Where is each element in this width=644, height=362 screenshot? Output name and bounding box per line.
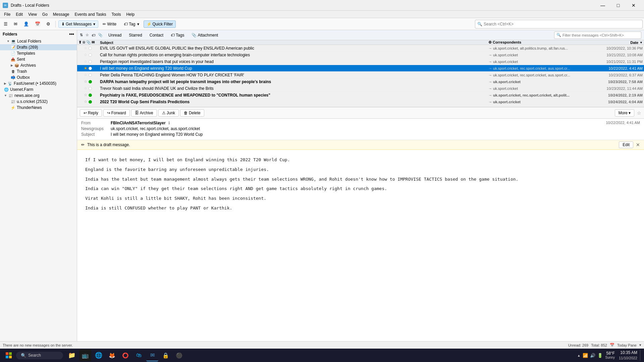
today-pane-label[interactable]: Today Pane	[617, 343, 637, 347]
star-flag[interactable]: ☆	[84, 73, 87, 77]
col-correspondents[interactable]: ⚙ Correspondents	[488, 40, 582, 45]
tray-network[interactable]: 📶	[583, 353, 588, 358]
forward-button[interactable]: ↪ Forward	[103, 109, 130, 117]
taskbar-mail[interactable]: ✉	[146, 349, 158, 361]
more-button[interactable]: More ▾	[615, 109, 634, 117]
table-row[interactable]: ☆ Pentagon report investigated lasers th…	[77, 58, 644, 65]
table-row[interactable]: ☆ 2022 T20 World Cup Semi Finalists Pred…	[77, 99, 644, 105]
star-flag[interactable]: ☆	[84, 79, 87, 84]
taskbar-app-chrome[interactable]: ⭕	[119, 349, 131, 361]
sidebar-item-local-folders[interactable]: ▼ 💻 Local Folders	[0, 38, 77, 44]
table-row[interactable]: ☆ Trevor Noah said India should INVADE U…	[77, 85, 644, 92]
close-draft-button[interactable]: ✕	[636, 142, 640, 147]
nav-icon-4[interactable]: 📅	[33, 20, 43, 27]
quick-filter-button[interactable]: ⚡ Quick Filter	[144, 20, 176, 28]
menu-message[interactable]: Message	[50, 11, 72, 17]
sidebar-item-templates[interactable]: 📄 Templates	[0, 50, 77, 56]
sidebar-item-us-cricket[interactable]: 📰 u.s.cricket (2532)	[0, 99, 77, 105]
sidebar-item-archives[interactable]: ▶ 📦 Archives	[0, 62, 77, 68]
get-messages-button[interactable]: ⬇ Get Messages ▾	[58, 20, 98, 28]
sidebar-item-trash[interactable]: 🗑 Trash	[0, 68, 77, 74]
junk-button[interactable]: ⚠ Junk	[158, 109, 179, 117]
message-date: 10/21/2022, 10:08 AM	[582, 53, 643, 57]
delete-button[interactable]: 🗑 Delete	[180, 109, 204, 117]
menu-help[interactable]: Help	[123, 11, 137, 17]
filter-unread-button[interactable]: Unread	[105, 32, 124, 39]
taskbar-store[interactable]: 🛍	[133, 349, 145, 361]
taskbar-clock[interactable]: 10:35 AM 11/10/2022	[619, 350, 637, 360]
search-input[interactable]	[484, 22, 640, 26]
star-flag[interactable]: ☆	[84, 53, 87, 57]
taskbar-app-2[interactable]: 📺	[79, 349, 91, 361]
sidebar-item-fastusenet[interactable]: ▶ 📡 FastUsenet (• 1450035)	[0, 80, 77, 86]
table-row[interactable]: ☆ Psychiatry is FAKE, PSEUDOSCIENCE and …	[77, 92, 644, 99]
menu-file[interactable]: File	[1, 11, 13, 17]
sidebar-item-outbox[interactable]: 📫 Outbox	[0, 74, 77, 80]
star-flag[interactable]: ☆	[84, 46, 87, 50]
tag-button[interactable]: 🏷 Tag ▾	[121, 20, 142, 28]
star-message-icon[interactable]: ☆	[637, 110, 641, 116]
col-subject[interactable]: Subject	[99, 41, 488, 45]
taskbar-app-vpn[interactable]: 🔒	[160, 349, 172, 361]
menu-events-tasks[interactable]: Events and Tasks	[72, 11, 109, 17]
reply-button[interactable]: ↩ Reply	[80, 109, 102, 117]
status-dot	[89, 73, 92, 77]
table-row[interactable]: ☆ EVIL US GOVT will ENSLAVE GLOBAL PUBLI…	[77, 45, 644, 52]
filter-attachment-button[interactable]: 📎 Attachment	[189, 32, 221, 39]
weather-widget[interactable]: 58°F Sunny	[605, 351, 615, 359]
sort-icon[interactable]: ⇅	[80, 33, 83, 37]
close-button[interactable]: ✕	[626, 0, 641, 11]
maximize-button[interactable]: □	[610, 0, 626, 11]
clip-filter-icon[interactable]: 📎	[98, 33, 103, 37]
menu-edit[interactable]: Edit	[13, 11, 25, 17]
minimize-button[interactable]: —	[595, 0, 610, 11]
filter-search-input[interactable]	[562, 33, 639, 37]
menu-go[interactable]: Go	[40, 11, 50, 17]
nav-icon-1[interactable]: ☰	[1, 20, 10, 27]
write-button[interactable]: ✏ Write	[100, 20, 119, 28]
menu-view[interactable]: View	[25, 11, 40, 17]
folders-options[interactable]: •••	[69, 32, 74, 37]
tray-volume[interactable]: 🔊	[590, 353, 595, 358]
table-row[interactable]: ☆ Call for human rights protections on e…	[77, 52, 644, 58]
star-filter-icon[interactable]: ☆	[86, 33, 89, 37]
archive-button[interactable]: 🗄 Archive	[131, 109, 157, 117]
filter-tags-button[interactable]: 🏷 Tags	[168, 32, 187, 39]
sidebar-item-news-aioe[interactable]: ▼ 📰 news.aioe.org	[0, 93, 77, 99]
nav-icon-3[interactable]: 👤	[21, 20, 31, 27]
col-date[interactable]: Date ▼	[582, 41, 643, 45]
calendar-icon: 📅	[610, 343, 614, 347]
sidebar-item-sent[interactable]: 📤 Sent	[0, 56, 77, 62]
star-flag[interactable]: ☆	[84, 86, 87, 90]
star-flag[interactable]: ☆	[84, 100, 87, 104]
tag-filter-icon[interactable]: 🏷	[92, 33, 95, 37]
table-row[interactable]: ☆ DARPA human telepathy project will let…	[77, 78, 644, 85]
sidebar-item-drafts[interactable]: 📝 Drafts (269)	[0, 44, 77, 50]
table-row[interactable]: ★ I will bet money on England winning T2…	[77, 65, 644, 72]
star-flag[interactable]: ★	[84, 66, 87, 70]
taskbar-file-explorer[interactable]: 📁	[66, 349, 78, 361]
tray-expand[interactable]: ▲	[577, 354, 581, 357]
menu-tools[interactable]: Tools	[109, 11, 123, 17]
show-desktop-button[interactable]	[640, 350, 641, 361]
nav-icon-5[interactable]: ⚙	[44, 20, 53, 27]
taskbar-edge[interactable]: 🌐	[93, 349, 105, 361]
filter-contact-button[interactable]: Contact	[147, 32, 166, 39]
taskbar-search-button[interactable]: 🔍 Search	[16, 352, 63, 359]
edit-button[interactable]: Edit	[619, 141, 633, 148]
filter-starred-button[interactable]: Starred	[126, 32, 145, 39]
table-row[interactable]: ☆ Peter Della Penna TEACHING England Wom…	[77, 72, 644, 78]
start-button[interactable]	[3, 349, 15, 361]
star-flag[interactable]: ☆	[84, 93, 87, 97]
taskbar-app-github[interactable]: ⚫	[173, 349, 185, 361]
get-messages-dropdown-icon[interactable]: ▾	[93, 22, 95, 26]
taskbar-firefox[interactable]: 🦊	[106, 349, 118, 361]
sidebar-item-thundernews[interactable]: ⚡ ThunderNews	[0, 105, 77, 111]
tag-dropdown-icon[interactable]: ▾	[137, 22, 139, 26]
nav-icon-2[interactable]: ✉	[11, 20, 20, 27]
today-pane-expand[interactable]: ▾	[639, 343, 641, 347]
sidebar-item-usenet-farm[interactable]: 🌐 Usenet.Farm	[0, 86, 77, 93]
tray-battery[interactable]: 🔋	[597, 353, 603, 358]
info-icon[interactable]: ℹ	[168, 121, 170, 125]
star-flag[interactable]: ☆	[84, 59, 87, 64]
